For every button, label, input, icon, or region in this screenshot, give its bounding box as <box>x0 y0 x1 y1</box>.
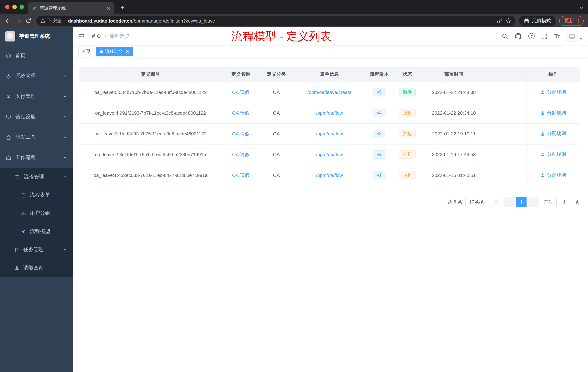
address-bar[interactable]: 不安全 dashboard.yudao.iocoder.cn/bpm/manag… <box>36 16 515 26</box>
help-icon[interactable]: ? <box>529 33 535 39</box>
definition-category: OA <box>260 82 293 103</box>
sidebar-item-user-group[interactable]: 用户分组 <box>0 204 73 222</box>
minimize-window-button[interactable] <box>12 5 17 9</box>
prev-page-button[interactable]: ‹ <box>504 197 514 207</box>
chevron-up-icon <box>63 175 67 179</box>
form-link[interactable]: /bpm/oa/flow <box>316 173 343 178</box>
font-size-icon[interactable]: TT <box>554 33 560 40</box>
form-link[interactable]: /bpm/oa/flow <box>316 152 343 157</box>
users-icon <box>21 211 26 216</box>
form-link[interactable]: /bpm/oa/leave/create <box>307 89 352 95</box>
password-key-icon[interactable] <box>497 18 503 24</box>
bookmark-star-icon[interactable] <box>505 18 511 24</box>
status-badge: 挂起 <box>399 150 416 159</box>
table-row: oa_leave:5:004b710b-7b8a-11ec-8ef0-acde4… <box>79 82 580 103</box>
sidebar: 芋道管理系统 首页 系统管理 ¥ 支付管理 <box>0 27 73 372</box>
lock-icon <box>6 134 11 140</box>
assign-rule-button[interactable]: 分配规则 <box>541 131 566 137</box>
assign-rule-button[interactable]: 分配规则 <box>541 89 566 96</box>
search-icon[interactable] <box>502 33 508 39</box>
warning-icon <box>40 18 45 23</box>
sidebar-item-workflow[interactable]: 工作流程 <box>0 147 73 168</box>
monitor-icon <box>6 114 11 120</box>
col-definition-name: 定义名称 <box>222 67 260 82</box>
form-link[interactable]: /bpm/oa/flow <box>316 131 343 136</box>
goto-page-input[interactable] <box>556 197 572 207</box>
user-avatar-menu[interactable] <box>567 31 583 42</box>
kebab-menu-icon[interactable] <box>576 18 581 24</box>
form-link[interactable]: /bpm/oa/flow <box>316 110 343 116</box>
zoom-window-button[interactable] <box>20 5 24 9</box>
tag-close-icon[interactable]: ✕ <box>126 49 129 54</box>
sidebar-item-process-model[interactable]: 流程模型 <box>0 222 73 241</box>
tags-view: 首页 流程定义 ✕ <box>73 45 588 58</box>
sidebar-collapse-icon[interactable] <box>78 33 85 40</box>
browser-tab[interactable]: 芋道管理系统 ✕ <box>28 2 114 14</box>
status-badge: 挂起 <box>399 171 416 179</box>
definition-name-link[interactable]: OA 请假 <box>232 110 249 116</box>
definition-id: oa_leave:5:004b710b-7b8a-11ec-8ef0-acde4… <box>79 82 222 103</box>
version-badge: v5 <box>373 88 386 97</box>
security-label: 不安全 <box>48 17 62 24</box>
tag-process-definition[interactable]: 流程定义 ✕ <box>96 47 133 56</box>
deploy-time: 2022-01-16 17:46:53 <box>422 144 486 165</box>
page-size-select[interactable]: 10条/页 <box>465 197 501 207</box>
col-deploy-time: 部署时间 <box>422 67 486 82</box>
definition-id: oa_leave:3:1fad3d93-7b75-11ec-a3c8-acde4… <box>79 123 222 144</box>
status-badge: 激活 <box>399 88 416 97</box>
reload-button[interactable] <box>23 16 33 26</box>
assign-rule-button[interactable]: 分配规则 <box>541 110 566 116</box>
main-area: 首页 / 流程定义 流程模型 - 定义列表 ? TT <box>73 27 588 372</box>
close-window-button[interactable] <box>5 5 10 9</box>
chrome-update-button[interactable]: 更新 <box>559 16 584 26</box>
breadcrumb-home[interactable]: 首页 <box>91 33 101 40</box>
next-page-button[interactable]: › <box>528 197 538 207</box>
sidebar-item-task-management[interactable]: 任务管理 <box>0 241 73 259</box>
user-icon <box>541 173 545 178</box>
tab-close-icon[interactable]: ✕ <box>105 5 111 11</box>
user-icon <box>15 265 19 270</box>
version-badge: v4 <box>373 109 386 117</box>
definition-id: oa_leave:4:991f2193-7b7f-11ec-a3c8-acde4… <box>79 103 222 123</box>
url-text[interactable]: dashboard.yudao.iocoder.cn/bpm/manager/d… <box>68 18 494 23</box>
pagination: 共 5 条 10条/页 ‹ 1 › 前往 页 <box>79 197 580 207</box>
table-header-row: 定义编号 定义名称 定义分类 表单信息 流程版本 状态 部署时间 操作 <box>79 67 580 82</box>
back-button[interactable] <box>3 16 13 26</box>
security-chip[interactable]: 不安全 <box>40 17 62 24</box>
deploy-time: 2022-01-22 19:19:11 <box>422 123 486 144</box>
definition-name-link[interactable]: OA 请假 <box>232 172 249 178</box>
forward-button[interactable] <box>13 16 23 26</box>
deploy-time: 2022-01-22 20:34:10 <box>422 103 486 123</box>
definition-name-link[interactable]: OA 请假 <box>232 89 249 95</box>
goto-unit: 页 <box>575 198 580 205</box>
definition-name-link[interactable]: OA 请假 <box>232 152 249 157</box>
sidebar-item-home[interactable]: 首页 <box>0 45 73 66</box>
chevron-down-icon <box>63 248 67 252</box>
new-tab-button[interactable]: + <box>118 3 127 12</box>
assign-rule-button[interactable]: 分配规则 <box>541 172 566 178</box>
assign-rule-button[interactable]: 分配规则 <box>541 151 566 158</box>
definition-name-link[interactable]: OA 请假 <box>232 131 249 136</box>
user-icon <box>541 152 545 157</box>
chevron-down-icon <box>494 201 497 203</box>
github-icon[interactable] <box>515 33 522 40</box>
incognito-profile-chip[interactable]: 无痕模式 <box>519 16 556 26</box>
tag-home[interactable]: 首页 <box>78 47 94 56</box>
fullscreen-icon[interactable] <box>542 33 547 39</box>
col-process-version: 流程版本 <box>366 67 393 82</box>
sidebar-item-process-management[interactable]: 流程管理 <box>0 168 73 186</box>
sidebar-item-infrastructure[interactable]: 基础设施 <box>0 107 73 127</box>
sidebar-item-leave-query[interactable]: 请假查询 <box>0 259 73 277</box>
app-navbar: 首页 / 流程定义 流程模型 - 定义列表 ? TT <box>73 27 588 45</box>
sidebar-item-dev-tools[interactable]: 研发工具 <box>0 127 73 147</box>
app-logo-row[interactable]: 芋道管理系统 <box>0 27 73 45</box>
sidebar-item-process-form[interactable]: 流程表单 <box>0 186 73 204</box>
sidebar-item-system-management[interactable]: 系统管理 <box>0 66 73 86</box>
page-number-1[interactable]: 1 <box>516 197 526 207</box>
sidebar-item-payment-management[interactable]: ¥ 支付管理 <box>0 86 73 107</box>
tab-search-chevron-icon[interactable] <box>579 5 584 10</box>
col-form-info: 表单信息 <box>293 67 366 82</box>
goto-page: 前往 页 <box>544 197 580 207</box>
col-operation: 操作 <box>526 67 580 82</box>
window-controls <box>5 5 24 9</box>
